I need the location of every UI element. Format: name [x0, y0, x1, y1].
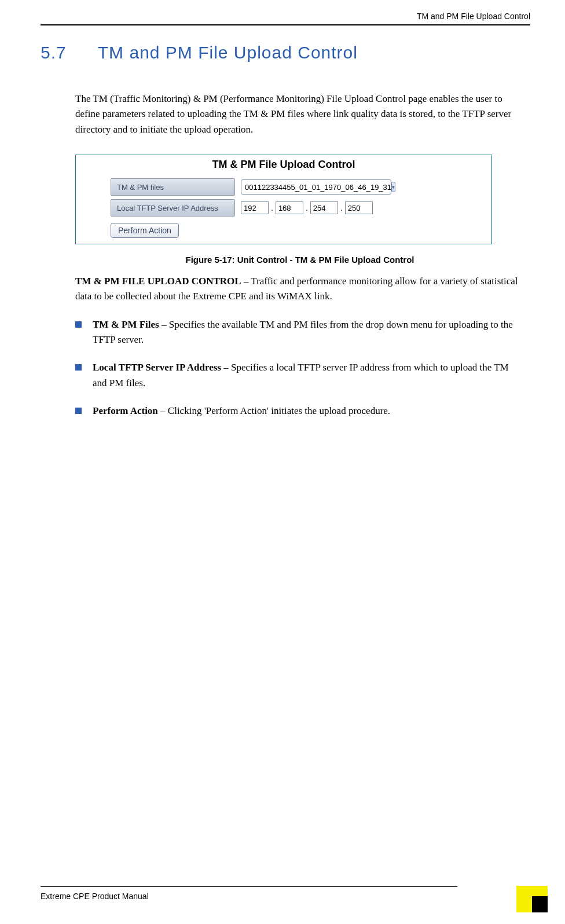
ip-row: Local TFTP Server IP Address . . . — [76, 197, 491, 218]
ip-dot: . — [340, 203, 343, 212]
upload-control-paragraph: TM & PM FILE UPLOAD CONTROL – Traffic an… — [75, 274, 524, 305]
bullet-action-bold: Perform Action — [93, 405, 158, 416]
bullet-files: TM & PM Files – Specifies the available … — [75, 317, 524, 348]
header-rule — [41, 24, 530, 25]
files-dropdown[interactable]: 001122334455_01_01_1970_06_46_19_31 ▾ — [241, 179, 391, 195]
files-dropdown-value: 001122334455_01_01_1970_06_46_19_31 — [245, 183, 391, 192]
ip-dot: . — [271, 203, 273, 212]
files-label: TM & PM files — [111, 178, 235, 196]
bullet-ip-bold: Local TFTP Server IP Address — [93, 362, 221, 373]
bullet-files-bold: TM & PM Files — [93, 319, 159, 330]
corner-registration-mark — [516, 886, 548, 912]
section-number: 5.7 — [41, 43, 93, 63]
chevron-down-icon[interactable]: ▾ — [391, 182, 395, 192]
bullet-ip: Local TFTP Server IP Address – Specifies… — [75, 360, 524, 391]
footer-rule — [41, 886, 457, 887]
bullet-action: Perform Action – Clicking 'Perform Actio… — [75, 404, 524, 419]
perform-action-button[interactable]: Perform Action — [111, 223, 179, 238]
upload-control-bold: TM & PM FILE UPLOAD CONTROL — [75, 276, 241, 287]
footer-manual-name: Extreme CPE Product Manual — [41, 892, 149, 901]
ip-octet-4[interactable] — [345, 201, 373, 214]
ip-label: Local TFTP Server IP Address — [111, 199, 235, 217]
ip-dot: . — [306, 203, 308, 212]
section-title-text: TM and PM File Upload Control — [98, 43, 358, 62]
files-row: TM & PM files 001122334455_01_01_1970_06… — [76, 177, 491, 197]
upload-control-panel: TM & PM File Upload Control TM & PM file… — [75, 155, 492, 244]
panel-title: TM & PM File Upload Control — [76, 155, 491, 177]
figure-screenshot: TM & PM File Upload Control TM & PM file… — [75, 155, 524, 244]
running-header: TM and PM File Upload Control — [41, 12, 530, 24]
ip-octet-1[interactable] — [241, 201, 269, 214]
intro-paragraph: The TM (Traffic Monitoring) & PM (Perfor… — [75, 91, 524, 137]
ip-octet-3[interactable] — [310, 201, 338, 214]
bullet-action-rest: – Clicking 'Perform Action' initiates th… — [158, 405, 390, 416]
section-heading: 5.7 TM and PM File Upload Control — [41, 43, 530, 63]
ip-octet-2[interactable] — [276, 201, 303, 214]
figure-caption: Figure 5-17: Unit Control - TM & PM File… — [75, 255, 524, 265]
page-footer: Extreme CPE Product Manual 67 — [41, 886, 530, 901]
